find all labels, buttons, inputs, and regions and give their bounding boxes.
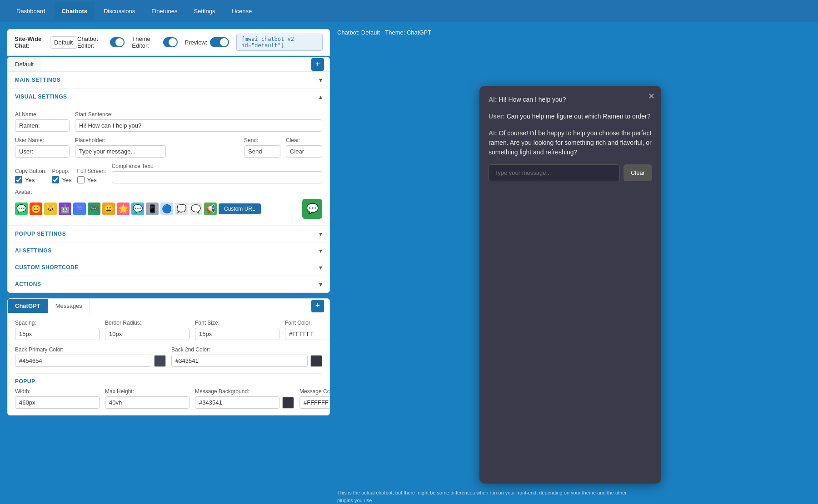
start-sentence-label: Start Sentence: <box>75 111 322 118</box>
nav-tab-chatbots[interactable]: Chatbots <box>55 2 95 20</box>
site-wide-select[interactable]: Default <box>50 36 77 49</box>
preview-toggle-group: Preview: <box>185 37 229 47</box>
site-wide-label: Site-Wide Chat: <box>15 35 45 49</box>
avatar-icon-4[interactable]: 👾 <box>73 203 86 215</box>
font-color-input[interactable] <box>285 328 330 340</box>
preview-toggle[interactable] <box>210 37 229 47</box>
theme-add-button[interactable]: + <box>311 300 324 312</box>
popup-settings-section[interactable]: POPUP SETTINGS ▾ <box>8 226 329 242</box>
custom-url-button[interactable]: Custom URL <box>219 203 261 214</box>
clear-input[interactable] <box>286 145 322 158</box>
ai-name-group: AI Name: <box>15 111 70 132</box>
theme-editor-toggle[interactable] <box>163 37 178 47</box>
visual-settings-section[interactable]: VISUAL SETTINGS ▴ <box>8 89 329 105</box>
tab-messages[interactable]: Messages <box>48 299 90 313</box>
custom-shortcode-section[interactable]: CUSTOM SHORTCODE ▾ <box>8 259 329 276</box>
start-sentence-group: Start Sentence: <box>75 111 322 132</box>
spacing-input[interactable] <box>15 328 100 340</box>
chatbot-editor-toggle[interactable] <box>110 37 125 47</box>
send-input[interactable] <box>244 145 280 158</box>
avatar-icon-10[interactable]: 🔵 <box>160 203 173 215</box>
font-color-input-row <box>285 328 330 340</box>
actions-section[interactable]: ACTIONS ▾ <box>8 276 329 292</box>
site-wide-left: Site-Wide Chat: Default <box>15 35 77 49</box>
chat-text-2: Of course! I'd be happy to help you choo… <box>489 129 652 156</box>
shortcode-display[interactable]: [mwai_chatbot_v2 id="default"] <box>236 34 323 51</box>
placeholder-input[interactable] <box>75 145 166 158</box>
form-row-username: User Name: Placeholder: Send: Clear: <box>15 137 322 158</box>
avatar-icon-6[interactable]: 😀 <box>102 203 115 215</box>
site-wide-right: Chatbot Editor: Theme Editor: Preview: [… <box>77 34 323 51</box>
popup-checkbox[interactable] <box>52 176 59 183</box>
left-panel: Site-Wide Chat: Default Chatbot Editor: … <box>7 29 330 504</box>
fullscreen-text: Yes <box>87 177 97 183</box>
avatar-icon-9[interactable]: 📱 <box>146 203 159 215</box>
chat-input-row: Clear <box>489 164 652 181</box>
chat-message-input[interactable] <box>489 164 620 181</box>
width-input[interactable] <box>15 396 100 409</box>
user-name-input[interactable] <box>15 145 70 158</box>
nav-tab-dashboard[interactable]: Dashboard <box>9 2 53 20</box>
avatar-label: Avatar: <box>15 189 322 195</box>
nav-tab-settings[interactable]: Settings <box>186 2 222 20</box>
ai-name-input[interactable] <box>15 119 70 132</box>
width-group: Width: <box>15 388 100 409</box>
compliance-text-input[interactable] <box>112 171 322 183</box>
msg-color-input[interactable] <box>299 396 330 409</box>
main-settings-section[interactable]: MAIN SETTINGS ▾ <box>8 72 329 89</box>
back-primary-input-row <box>15 355 166 367</box>
back-2nd-swatch[interactable] <box>310 355 322 367</box>
theme-editor-label: Theme Editor: <box>132 35 160 49</box>
copy-button-group: Copy Button: Yes <box>15 168 46 183</box>
avatar-icon-3[interactable]: 🤖 <box>59 203 71 215</box>
chat-close-button[interactable]: ✕ <box>648 91 655 101</box>
fullscreen-checkbox[interactable] <box>77 176 85 183</box>
back-primary-swatch[interactable] <box>154 355 166 367</box>
ai-settings-chevron: ▾ <box>319 247 322 254</box>
avatar-icon-0[interactable]: 💬 <box>15 203 28 215</box>
main-layout: Site-Wide Chat: Default Chatbot Editor: … <box>0 22 818 504</box>
msg-color-label: Message Color: <box>299 388 330 395</box>
font-size-group: Font Size: <box>195 320 279 340</box>
nav-tab-discussions[interactable]: Discussions <box>96 2 142 20</box>
back-2nd-input[interactable] <box>171 355 308 367</box>
avatar-icon-13[interactable]: 📢 <box>204 203 217 215</box>
chat-text-1: Can you help me figure out which Ramen t… <box>507 113 651 120</box>
avatar-section: Avatar: 💬 😊 🐱 🤖 👾 🎮 😀 🌟 💬 � <box>15 189 322 219</box>
avatar-icon-11[interactable]: 💭 <box>175 203 188 215</box>
back-primary-input[interactable] <box>15 355 151 367</box>
avatar-icon-5[interactable]: 🎮 <box>88 203 100 215</box>
max-height-input[interactable] <box>105 396 190 409</box>
avatar-icon-1[interactable]: 😊 <box>30 203 42 215</box>
ai-settings-section[interactable]: AI SETTINGS ▾ <box>8 242 329 259</box>
chat-message-0: AI: Hi! How can I help you? <box>489 95 652 104</box>
chatbot-editor-label: Chatbot Editor: <box>77 35 107 49</box>
avatar-icons-row: 💬 😊 🐱 🤖 👾 🎮 😀 🌟 💬 📱 🔵 💭 <box>15 203 261 215</box>
avatar-icon-8[interactable]: 💬 <box>131 203 144 215</box>
nav-tab-license[interactable]: License <box>224 2 259 20</box>
right-panel: Chatbot: Default - Theme: ChatGPT ✕ AI: … <box>330 29 811 504</box>
clear-label: Clear: <box>286 137 322 143</box>
site-wide-select-wrapper[interactable]: Default <box>50 36 77 49</box>
avatar-icon-2[interactable]: 🐱 <box>44 203 57 215</box>
copy-button-checkbox[interactable] <box>15 176 22 183</box>
avatar-icon-7[interactable]: 🌟 <box>117 203 130 215</box>
popup-settings-title: POPUP SETTINGS <box>15 231 66 237</box>
placeholder-group: Placeholder: <box>75 137 239 158</box>
border-radius-input[interactable] <box>105 328 190 340</box>
top-navigation: Dashboard Chatbots Discussions Finetunes… <box>0 0 818 22</box>
chatbot-card-tab[interactable]: Default <box>8 57 41 71</box>
ai-name-label: AI Name: <box>15 111 70 118</box>
nav-tab-finetunes[interactable]: Finetunes <box>144 2 185 20</box>
start-sentence-input[interactable] <box>75 119 322 132</box>
avatar-icon-12[interactable]: 🗨️ <box>190 203 202 215</box>
preview-label: Preview: <box>185 39 208 46</box>
avatar-preview: 💬 <box>302 199 322 219</box>
chat-clear-button[interactable]: Clear <box>623 164 652 181</box>
font-size-input[interactable] <box>195 328 279 340</box>
chatbot-add-button[interactable]: + <box>311 58 324 71</box>
tab-chatgpt[interactable]: ChatGPT <box>8 299 48 313</box>
msg-bg-swatch[interactable] <box>282 397 294 409</box>
actions-title: ACTIONS <box>15 281 41 287</box>
msg-bg-input[interactable] <box>195 396 279 409</box>
